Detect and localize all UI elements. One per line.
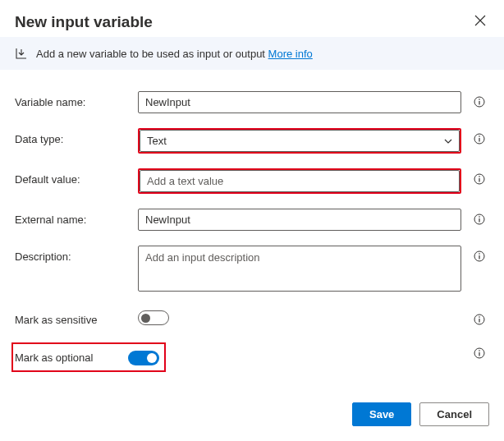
svg-rect-14 <box>479 255 479 260</box>
info-icon[interactable] <box>474 214 485 225</box>
svg-rect-11 <box>479 218 479 223</box>
info-icon[interactable] <box>474 250 485 262</box>
dialog-title: New input variable <box>15 13 153 31</box>
more-info-link[interactable]: More info <box>268 48 313 60</box>
mark-sensitive-toggle[interactable] <box>138 310 169 325</box>
svg-rect-2 <box>479 101 479 105</box>
external-name-label: External name: <box>15 209 130 226</box>
close-button[interactable] <box>471 11 489 32</box>
default-value-label: Default value: <box>15 168 130 186</box>
data-type-label: Data type: <box>15 128 130 145</box>
svg-point-7 <box>479 176 480 177</box>
close-icon <box>474 15 486 26</box>
svg-point-10 <box>479 216 480 218</box>
cancel-button[interactable]: Cancel <box>419 402 489 426</box>
info-icon[interactable] <box>474 133 485 145</box>
info-banner: Add a new variable to be used as input o… <box>0 37 504 70</box>
info-icon[interactable] <box>474 173 485 185</box>
svg-rect-17 <box>479 319 479 323</box>
svg-rect-20 <box>479 352 479 356</box>
svg-point-13 <box>479 253 480 255</box>
svg-rect-5 <box>479 138 479 142</box>
description-input[interactable] <box>138 246 461 292</box>
variable-name-input[interactable] <box>138 91 461 113</box>
svg-point-4 <box>479 136 480 137</box>
data-type-select[interactable]: Text <box>140 130 460 152</box>
svg-rect-8 <box>479 178 479 182</box>
svg-point-1 <box>479 99 480 100</box>
svg-point-19 <box>479 350 480 351</box>
mark-sensitive-label: Mark as sensitive <box>15 309 130 326</box>
mark-optional-toggle[interactable] <box>128 351 159 365</box>
svg-point-16 <box>479 316 480 318</box>
import-icon <box>15 47 28 60</box>
description-label: Description: <box>15 246 130 263</box>
variable-name-label: Variable name: <box>15 91 130 108</box>
default-value-input[interactable] <box>140 170 460 192</box>
info-icon[interactable] <box>474 347 485 359</box>
info-icon[interactable] <box>474 96 485 108</box>
external-name-input[interactable] <box>138 209 461 231</box>
info-icon[interactable] <box>474 314 485 325</box>
banner-text: Add a new variable to be used as input o… <box>36 48 313 60</box>
mark-optional-label: Mark as optional <box>15 351 128 364</box>
save-button[interactable]: Save <box>352 402 411 426</box>
